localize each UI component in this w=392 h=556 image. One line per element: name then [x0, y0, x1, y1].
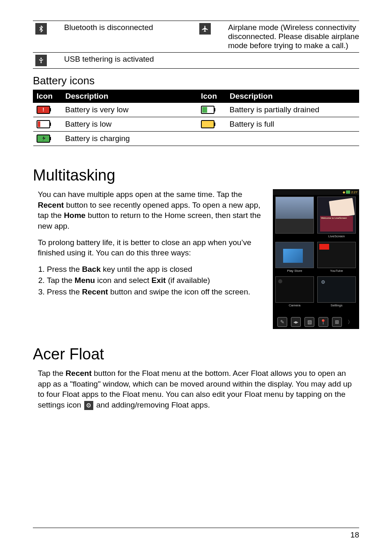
battery-icons-heading: Battery icons [33, 74, 359, 87]
status-description: Bluetooth is disconnected [64, 23, 199, 32]
airplane-mode-icon [199, 23, 211, 35]
table-row: Battery is charging [33, 132, 359, 146]
status-time: 2:27 [351, 190, 357, 194]
list-item: Press the Recent button and swipe the ic… [47, 287, 265, 297]
float-bar: ✎ ◂▸ ▧ 📍 ⊞ 〉 [273, 317, 359, 327]
status-row: USB tethering is activated [33, 53, 359, 69]
status-rows: Bluetooth is disconnected Airplane mode … [33, 21, 359, 69]
tile-label: Camera [276, 303, 314, 307]
table-row: Battery is low Battery is full [33, 117, 359, 132]
svg-rect-12 [202, 121, 213, 127]
tile-label: Settings [318, 303, 355, 307]
table-header: Description [62, 90, 198, 103]
battery-icons-table: Icon Description Icon Description ! Batt… [33, 90, 359, 146]
battery-low-icon [33, 117, 62, 132]
svg-rect-2 [38, 107, 39, 113]
float-app-icon: ✎ [277, 317, 287, 327]
tile-label: YouTube [318, 269, 355, 273]
svg-rect-14 [50, 137, 51, 140]
table-header: Icon [33, 90, 62, 103]
table-header: Description [226, 90, 359, 103]
battery-charging-icon [33, 132, 62, 146]
multitasking-text: You can have multiple apps open at the s… [38, 189, 265, 303]
float-app-icon: ◂▸ [291, 317, 301, 327]
acer-float-heading: Acer Float [33, 345, 359, 363]
text: Tap the [38, 369, 66, 378]
table-header: Icon [198, 90, 226, 103]
list-item: Tap the Menu icon and select Exit (if av… [47, 275, 265, 286]
svg-rect-9 [38, 121, 40, 127]
battery-description: Battery is very low [62, 103, 198, 117]
battery-full-icon [198, 117, 226, 132]
status-description: USB tethering is activated [64, 55, 199, 64]
list-item: Press the Back key until the app is clos… [47, 264, 265, 275]
text: To prolong battery life, it is better to… [38, 237, 265, 258]
svg-text:!: ! [42, 107, 44, 113]
status-description: Airplane mode (Wireless connectivity dis… [228, 23, 359, 50]
battery-description: Battery is full [226, 117, 359, 132]
text: You can have multiple apps open at the s… [38, 190, 242, 199]
svg-rect-8 [50, 123, 51, 126]
tile-label: Play Store [276, 269, 314, 273]
svg-rect-11 [214, 123, 215, 126]
float-app-icon: 📍 [318, 317, 328, 327]
acer-float-text: Tap the Recent button for the Float menu… [38, 368, 359, 410]
multitasking-screenshot: ◆ 2:27 Welcome to LiveScreen LiveScreen … [273, 189, 359, 329]
battery-partial-icon [198, 103, 226, 117]
status-row: Bluetooth is disconnected Airplane mode … [33, 21, 359, 53]
tile-label: LiveScreen [318, 234, 355, 238]
svg-rect-6 [202, 107, 207, 113]
float-app-icon: ⊞ [332, 317, 342, 327]
battery-very-low-icon: ! [33, 103, 62, 117]
text: and adding/removing Float apps. [94, 401, 210, 409]
text-bold: Home [64, 211, 85, 220]
battery-description: Battery is low [62, 117, 198, 132]
text-bold: Recent [66, 369, 92, 378]
battery-description [226, 132, 359, 146]
multitasking-heading: Multitasking [33, 167, 359, 184]
page-number: 18 [33, 528, 359, 540]
bluetooth-disconnected-icon [35, 23, 47, 35]
table-row: ! Battery is very low Battery is partial… [33, 103, 359, 117]
text-bold: Recent [38, 201, 64, 209]
battery-description: Battery is partially drained [226, 103, 359, 117]
battery-description: Battery is charging [62, 132, 198, 146]
svg-rect-5 [214, 108, 215, 111]
svg-rect-1 [50, 108, 51, 111]
usb-tethering-icon [35, 55, 47, 66]
settings-gear-icon: ⚙ [84, 401, 93, 410]
float-more-icon: 〉 [346, 317, 355, 327]
float-app-icon: ▧ [304, 317, 314, 327]
